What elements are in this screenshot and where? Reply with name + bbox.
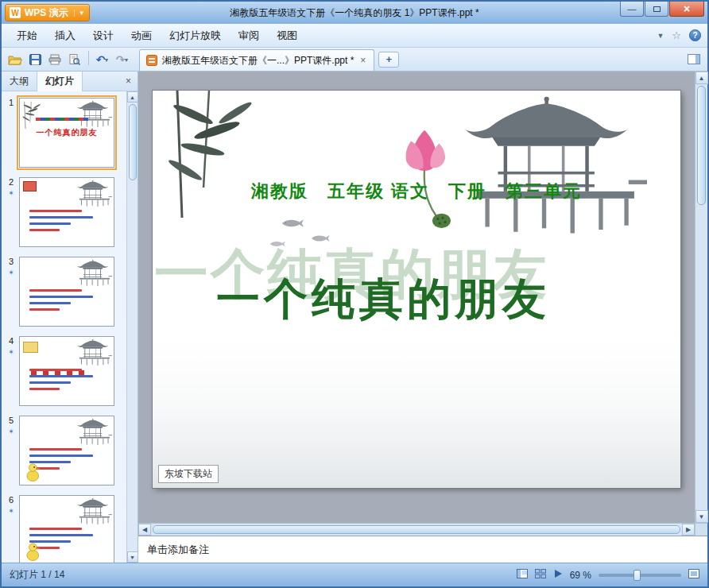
slide-canvas[interactable]: 湘教版 五年级 语文 下册 第三单元 一个纯真的朋友 一个纯真的朋友 东坡下载站 bbox=[153, 91, 680, 488]
slide-panel: 大纲 幻灯片 × 1 ✶ 一个纯真的朋友 bbox=[2, 72, 138, 563]
slide-thumbnail[interactable]: 一个纯真的朋友 bbox=[19, 257, 114, 327]
chevron-down-icon[interactable]: ▼ bbox=[74, 10, 85, 17]
vertical-scrollbar[interactable]: ▲ ▼ bbox=[695, 72, 707, 523]
menu-item-design[interactable]: 设计 bbox=[84, 24, 122, 48]
save-button[interactable] bbox=[26, 51, 44, 68]
redo-button[interactable]: ↷▼ bbox=[114, 51, 131, 68]
pavilion-icon bbox=[74, 259, 112, 288]
document-tab[interactable]: 湘教版五年级语文下册《一...》PPT课件.ppt * × bbox=[139, 49, 374, 71]
pavilion-icon bbox=[74, 180, 112, 208]
cartoon-figure-icon bbox=[25, 462, 42, 482]
thumbnail-image-placeholder bbox=[23, 181, 37, 191]
fish-icon bbox=[282, 219, 304, 226]
slide-thumbnail-number: 3 bbox=[9, 257, 14, 266]
scroll-right-icon[interactable]: ▶ bbox=[682, 524, 695, 536]
menu-item-view[interactable]: 视图 bbox=[268, 24, 306, 48]
menu-item-review[interactable]: 审阅 bbox=[230, 24, 268, 48]
pavilion-icon bbox=[74, 418, 112, 447]
task-panel-toggle-button[interactable] bbox=[685, 51, 703, 68]
open-folder-icon bbox=[8, 54, 22, 65]
sidebar-scroll-thumb[interactable] bbox=[129, 104, 137, 180]
slide-thumbnail-row: 2 ✶ 一个纯真的朋友 bbox=[3, 177, 123, 247]
window-title: 湘教版五年级语文下册《一个纯真的朋友 1》PPT课件.ppt * bbox=[2, 6, 707, 20]
thumbnail-title-text: 一个纯真的朋友 bbox=[20, 127, 114, 138]
help-icon[interactable]: ? bbox=[689, 29, 701, 41]
tab-outline[interactable]: 大纲 bbox=[2, 72, 37, 91]
thumbnail-text-lines bbox=[29, 369, 104, 390]
thumbnail-subtitle-line bbox=[36, 118, 88, 121]
wps-app-button[interactable]: W WPS 演示 ▼ bbox=[5, 4, 90, 21]
close-button[interactable]: × bbox=[669, 2, 704, 17]
zoom-level: 69 % bbox=[570, 570, 591, 581]
wps-logo-icon: W bbox=[10, 7, 21, 18]
menu-item-insert[interactable]: 插入 bbox=[46, 24, 84, 48]
slide-thumbnail-number: 1 bbox=[9, 98, 14, 107]
horizontal-scrollbar[interactable]: ◀ ▶ bbox=[138, 523, 695, 536]
slide-thumbnail[interactable]: 一个纯真的朋友 bbox=[19, 336, 114, 406]
fit-to-window-button[interactable] bbox=[688, 569, 699, 581]
animation-indicator-icon: ✶ bbox=[3, 507, 19, 515]
pavilion-icon bbox=[74, 497, 112, 526]
undo-dropdown-icon[interactable]: ▼ bbox=[103, 57, 109, 63]
tab-slides[interactable]: 幻灯片 bbox=[37, 72, 83, 91]
slide-sorter-view-button[interactable] bbox=[535, 569, 546, 581]
new-tab-button[interactable]: + bbox=[378, 52, 399, 68]
slide-editing-area[interactable]: 湘教版 五年级 语文 下册 第三单元 一个纯真的朋友 一个纯真的朋友 东坡下载站 bbox=[138, 72, 695, 523]
slide-counter: 幻灯片 1 / 14 bbox=[10, 568, 64, 582]
minimize-button[interactable]: — bbox=[620, 2, 644, 17]
site-watermark-label: 东坡下载站 bbox=[158, 465, 219, 483]
notes-pane[interactable]: 单击添加备注 bbox=[138, 536, 707, 563]
scroll-up-icon[interactable]: ▲ bbox=[695, 72, 708, 84]
redo-dropdown-icon[interactable]: ▼ bbox=[123, 57, 129, 63]
scroll-down-icon[interactable]: ▼ bbox=[127, 551, 138, 563]
panel-tabs: 大纲 幻灯片 × bbox=[2, 72, 138, 91]
normal-view-icon bbox=[517, 569, 528, 578]
thumbnail-text-lines bbox=[29, 289, 104, 311]
slide-thumbnail[interactable]: 一个纯真的朋友 bbox=[19, 495, 114, 563]
panel-close-icon[interactable]: × bbox=[119, 72, 138, 91]
sidebar-scrollbar[interactable]: ▲ ▼ bbox=[126, 91, 138, 563]
favorites-star-icon[interactable]: ☆ bbox=[672, 29, 681, 41]
print-preview-button[interactable] bbox=[66, 51, 83, 68]
quick-toolbar: ↶▼ ↷▼ 湘教版五年级语文下册《一...》PPT课件.ppt * × + bbox=[2, 48, 707, 72]
slide-thumbnail[interactable]: 一个纯真的朋友 bbox=[19, 416, 114, 485]
menu-item-animation[interactable]: 动画 bbox=[122, 24, 161, 48]
undo-button[interactable]: ↶▼ bbox=[94, 51, 111, 68]
zoom-slider-thumb[interactable] bbox=[633, 570, 641, 581]
panel-toggle-icon bbox=[688, 54, 700, 64]
scroll-down-icon[interactable]: ▼ bbox=[695, 510, 708, 523]
printer-icon bbox=[48, 54, 61, 65]
print-button[interactable] bbox=[46, 51, 64, 68]
scroll-up-icon[interactable]: ▲ bbox=[127, 91, 138, 103]
slide-thumbnail-list: 1 ✶ 一个纯真的朋友 2 ✶ bbox=[2, 91, 138, 563]
play-icon bbox=[553, 569, 563, 578]
zoom-slider[interactable] bbox=[599, 574, 681, 577]
slide-header-text[interactable]: 湘教版 五年级 语文 下册 第三单元 bbox=[153, 180, 680, 203]
slide-thumbnail-number: 6 bbox=[9, 495, 14, 505]
collapse-ribbon-icon[interactable]: ▼ bbox=[657, 32, 664, 40]
presentation-file-icon bbox=[146, 55, 157, 66]
window-controls: — × bbox=[620, 2, 707, 17]
slideshow-play-button[interactable] bbox=[553, 569, 563, 581]
slide-thumbnail[interactable]: 一个纯真的朋友 bbox=[19, 98, 114, 168]
open-file-button[interactable] bbox=[6, 51, 24, 68]
maximize-icon bbox=[653, 6, 661, 12]
slide-sorter-icon bbox=[535, 569, 546, 578]
menu-item-slideshow[interactable]: 幻灯片放映 bbox=[161, 24, 230, 48]
slide-thumbnail-row: 1 ✶ 一个纯真的朋友 bbox=[3, 98, 123, 168]
animation-indicator-icon: ✶ bbox=[3, 427, 19, 435]
menu-item-home[interactable]: 开始 bbox=[8, 24, 46, 48]
slide-thumbnail-number: 5 bbox=[9, 416, 14, 425]
slide-title-text[interactable]: 一个纯真的朋友 bbox=[153, 270, 647, 329]
vertical-scroll-thumb[interactable] bbox=[697, 86, 706, 205]
slide-thumbnail-number: 2 bbox=[9, 177, 14, 187]
floppy-save-icon bbox=[29, 54, 41, 65]
horizontal-scroll-thumb[interactable] bbox=[153, 525, 680, 534]
normal-view-button[interactable] bbox=[517, 569, 528, 581]
maximize-button[interactable] bbox=[645, 2, 668, 17]
tab-close-icon[interactable]: × bbox=[358, 55, 367, 66]
thumbnail-note-placeholder bbox=[23, 342, 38, 353]
slide-thumbnail-number: 4 bbox=[9, 336, 14, 346]
scroll-left-icon[interactable]: ◀ bbox=[138, 524, 151, 536]
slide-thumbnail[interactable]: 一个纯真的朋友 bbox=[19, 177, 114, 247]
